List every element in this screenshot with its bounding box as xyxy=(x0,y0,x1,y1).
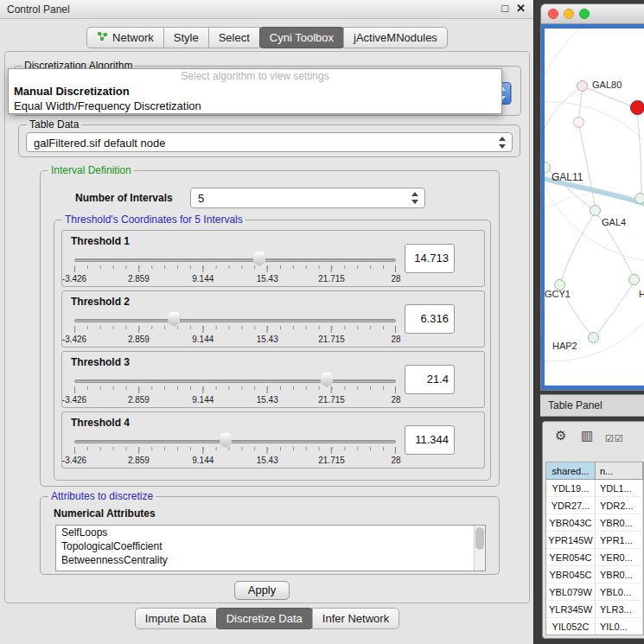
table-cell[interactable]: YPR1... xyxy=(596,532,643,549)
threshold-1-slider[interactable]: -3.426 2.859 9.144 15.43 21.715 28 xyxy=(74,251,396,285)
network-node[interactable] xyxy=(577,80,588,92)
slider-thumb[interactable] xyxy=(321,373,333,387)
table-cell[interactable]: YBR0... xyxy=(596,514,643,532)
network-node[interactable] xyxy=(573,117,584,128)
table-row[interactable]: YER054C YER0... xyxy=(546,549,643,566)
threshold-2-slider[interactable]: -3.426 2.859 9.144 15.43 21.715 28 xyxy=(74,311,396,346)
column-header-name[interactable]: n... xyxy=(596,462,643,480)
table-data-combobox[interactable]: galFiltered.sif default node xyxy=(26,132,513,152)
table-cell[interactable]: YER0... xyxy=(596,549,643,566)
scale-label: 28 xyxy=(391,274,400,284)
threshold-4-value-field[interactable]: 11.344 xyxy=(405,425,455,455)
close-traffic-icon[interactable] xyxy=(548,9,558,19)
table-cell[interactable]: YBR045C xyxy=(546,566,596,583)
table-row[interactable]: YBR043C YBR0... xyxy=(546,514,643,532)
table-row[interactable]: YPR145W YPR1... xyxy=(546,532,643,549)
slider-track[interactable] xyxy=(74,440,396,443)
scrollbar-thumb[interactable] xyxy=(475,527,484,550)
tab-cyni-toolbox[interactable]: Cyni Toolbox xyxy=(259,27,344,48)
scale-label: -3.426 xyxy=(62,335,86,344)
window-title: Control Panel xyxy=(7,3,70,16)
table-row[interactable]: YDL19... YDL1... xyxy=(546,480,643,497)
network-view-window: GAL80 GAL11 GAL4 GCY1 HAP2 H xyxy=(540,3,644,391)
table-cell[interactable]: YBR043C xyxy=(546,514,596,532)
tab-infer-network[interactable]: Infer Network xyxy=(312,608,399,629)
table-cell[interactable]: YDL19... xyxy=(546,480,596,497)
scale-label: 2.859 xyxy=(128,395,150,405)
slider-thumb[interactable] xyxy=(168,312,180,327)
table-row[interactable]: YLR345W YLR3... xyxy=(546,601,643,618)
tab-impute-data[interactable]: Impute Data xyxy=(135,608,217,629)
scale-label: 2.859 xyxy=(128,335,150,344)
combobox-arrows-icon xyxy=(499,137,507,149)
group-label: Threshold's Coordinates for 5 Intervals xyxy=(62,214,245,226)
table-panel-title: Table Panel xyxy=(548,399,603,411)
gear-icon[interactable]: ⚙ xyxy=(555,428,566,443)
list-item[interactable]: TopologicalCoefficient xyxy=(56,539,485,553)
slider-thumb[interactable] xyxy=(220,433,232,448)
column-header-shared-name[interactable]: shared... xyxy=(546,462,596,480)
slider-track[interactable] xyxy=(74,258,396,262)
network-node[interactable] xyxy=(634,193,644,204)
network-canvas[interactable]: GAL80 GAL11 GAL4 GCY1 HAP2 H xyxy=(545,29,644,386)
columns-icon[interactable]: ▥ xyxy=(581,428,593,443)
slider-thumb[interactable] xyxy=(253,252,265,266)
scale-label: 28 xyxy=(391,395,400,405)
threshold-label: Threshold 1 xyxy=(71,235,130,247)
threshold-label: Threshold 3 xyxy=(71,356,130,368)
network-node-highlighted[interactable] xyxy=(630,100,644,115)
list-item[interactable]: BetweennessCentrality xyxy=(56,553,485,567)
minimize-traffic-icon[interactable] xyxy=(564,9,574,19)
scale-label: 21.715 xyxy=(318,395,345,405)
table-cell[interactable]: YDR27... xyxy=(546,497,596,514)
table-cell[interactable]: YIL052C xyxy=(546,618,596,635)
table-row[interactable]: YBL079W YBL0... xyxy=(546,583,643,601)
slider-track[interactable] xyxy=(74,379,396,383)
scale-label: -3.426 xyxy=(62,395,86,405)
tab-label: Impute Data xyxy=(145,612,207,625)
apply-button[interactable]: Apply xyxy=(234,581,290,600)
table-cell[interactable]: YDR2... xyxy=(596,497,643,514)
tab-label: Cyni Toolbox xyxy=(270,31,334,44)
network-node[interactable] xyxy=(628,274,640,285)
tab-network[interactable]: Network xyxy=(86,27,164,48)
threshold-2-value-field[interactable]: 6.316 xyxy=(405,304,455,334)
table-row[interactable]: YBR045C YBR0... xyxy=(546,566,643,583)
table-row[interactable]: YIL052C YIL0... xyxy=(546,618,643,635)
threshold-4-slider[interactable]: -3.426 2.859 9.144 15.43 21.715 28 xyxy=(74,432,396,467)
combobox-arrows-icon xyxy=(411,192,419,204)
table-toolbar: ⚙ ▥ ☑☑ xyxy=(543,422,644,451)
network-node[interactable] xyxy=(590,205,601,216)
network-node[interactable] xyxy=(588,332,599,343)
list-item[interactable]: SelfLoops xyxy=(56,526,485,539)
list-scrollbar[interactable] xyxy=(474,526,485,571)
tab-jactivemodules[interactable]: jActiveMNodules xyxy=(343,27,448,48)
table-cell[interactable]: YDL1... xyxy=(596,480,643,497)
slider-track[interactable] xyxy=(74,319,396,322)
threshold-1-value-field[interactable]: 14.713 xyxy=(405,244,455,273)
algorithm-dropdown-popup: Select algorithm to view settings Manual… xyxy=(8,68,502,114)
number-of-intervals-combobox[interactable]: 5 xyxy=(190,188,425,208)
table-cell[interactable]: YLR345W xyxy=(546,601,596,618)
table-cell[interactable]: YIL0... xyxy=(596,618,643,635)
threshold-3-value-field[interactable]: 21.4 xyxy=(405,365,455,394)
table-cell[interactable]: YBL0... xyxy=(596,583,643,601)
popup-item-equal-width-frequency[interactable]: Equal Width/Frequency Discretization xyxy=(9,99,501,113)
threshold-panel-3: Threshold 3 -3.426 2.859 9.144 15.43 21.… xyxy=(61,351,485,408)
tab-style[interactable]: Style xyxy=(163,27,209,48)
table-cell[interactable]: YLR3... xyxy=(596,601,643,618)
table-row[interactable]: YDR27... YDR2... xyxy=(546,497,643,514)
table-cell[interactable]: YBR0... xyxy=(596,566,643,583)
tab-select[interactable]: Select xyxy=(208,27,260,48)
table-cell[interactable]: YPR145W xyxy=(546,532,596,549)
close-window-icon[interactable]: ✕ xyxy=(516,2,526,15)
select-columns-icon[interactable]: ☑☑ xyxy=(605,430,624,446)
tab-discretize-data[interactable]: Discretize Data xyxy=(216,608,313,629)
threshold-3-slider[interactable]: -3.426 2.859 9.144 15.43 21.715 28 xyxy=(74,372,396,406)
table-cell[interactable]: YBL079W xyxy=(546,583,596,601)
scale-label: 15.43 xyxy=(257,335,278,344)
float-window-icon[interactable]: □ xyxy=(501,2,508,15)
zoom-traffic-icon[interactable] xyxy=(579,9,590,19)
table-cell[interactable]: YER054C xyxy=(546,549,596,566)
popup-item-manual-discretization[interactable]: Manual Discretization xyxy=(9,84,501,99)
